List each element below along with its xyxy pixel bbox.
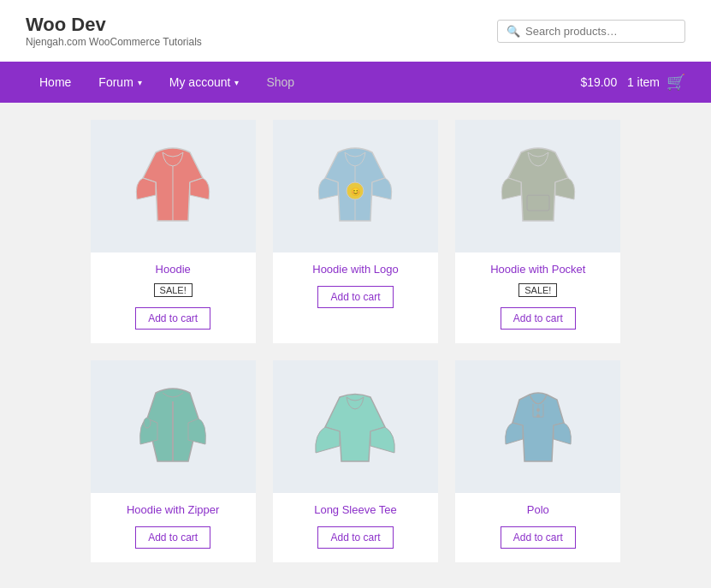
main-content: Hoodie SALE! Add to cart 😊 Hoodie with L… [82,120,630,562]
svg-point-6 [144,418,151,428]
cart-widget[interactable]: $19.00 1 item 🛒 [580,73,685,92]
chevron-down-icon: ▾ [234,78,239,87]
svg-text:😊: 😊 [351,187,361,197]
product-name-hoodie-logo: Hoodie with Logo [273,263,438,276]
product-card-hoodie-logo: 😊 Hoodie with Logo Add to cart [273,120,438,343]
product-name-long-sleeve: Long Sleeve Tee [273,503,438,516]
add-to-cart-hoodie-pocket[interactable]: Add to cart [501,307,576,330]
product-image-hoodie-zipper [91,360,256,493]
main-nav: Home Forum ▾ My account ▾ Shop $19.00 1 … [0,62,711,103]
cart-icon: 🛒 [667,73,685,92]
site-branding: Woo Dev Njengah.com WooCommerce Tutorial… [26,14,202,48]
cart-amount: $19.00 1 item [580,75,660,89]
nav-home[interactable]: Home [26,62,85,103]
search-bar[interactable]: 🔍 [497,20,685,43]
svg-point-9 [536,414,540,418]
nav-my-account[interactable]: My account ▾ [156,62,253,103]
site-header: Woo Dev Njengah.com WooCommerce Tutorial… [0,0,711,62]
svg-rect-4 [527,195,549,211]
add-to-cart-long-sleeve[interactable]: Add to cart [317,526,393,549]
product-image-polo [455,360,620,493]
search-icon: 🔍 [507,25,520,38]
site-title: Woo Dev [26,14,202,36]
site-subtitle: Njengah.com WooCommerce Tutorials [26,36,202,48]
product-name-polo: Polo [455,503,620,516]
product-card-long-sleeve: Long Sleeve Tee Add to cart [273,360,438,562]
product-name-hoodie-pocket: Hoodie with Pocket [455,263,620,276]
svg-point-8 [536,408,540,412]
product-card-hoodie-zipper: Hoodie with Zipper Add to cart [91,360,256,562]
search-input[interactable] [525,25,676,38]
product-image-long-sleeve [273,360,438,493]
sale-badge-hoodie: SALE! [154,283,193,297]
nav-shop[interactable]: Shop [252,62,308,103]
add-to-cart-hoodie-logo[interactable]: Add to cart [317,286,393,308]
product-name-hoodie-zipper: Hoodie with Zipper [91,503,256,516]
add-to-cart-hoodie[interactable]: Add to cart [135,307,210,330]
product-image-hoodie [91,120,256,252]
product-grid: Hoodie SALE! Add to cart 😊 Hoodie with L… [91,120,621,562]
product-card-hoodie-pocket: Hoodie with Pocket SALE! Add to cart [455,120,620,343]
nav-forum[interactable]: Forum ▾ [85,62,155,103]
chevron-down-icon: ▾ [138,78,142,87]
add-to-cart-hoodie-zipper[interactable]: Add to cart [135,526,210,549]
add-to-cart-polo[interactable]: Add to cart [501,526,576,549]
product-image-hoodie-pocket [455,120,620,252]
product-card-polo: Polo Add to cart [455,360,620,562]
product-name-hoodie: Hoodie [91,263,256,276]
sale-badge-hoodie-pocket: SALE! [518,283,557,297]
product-card-hoodie: Hoodie SALE! Add to cart [91,120,256,343]
product-image-hoodie-logo: 😊 [273,120,438,252]
